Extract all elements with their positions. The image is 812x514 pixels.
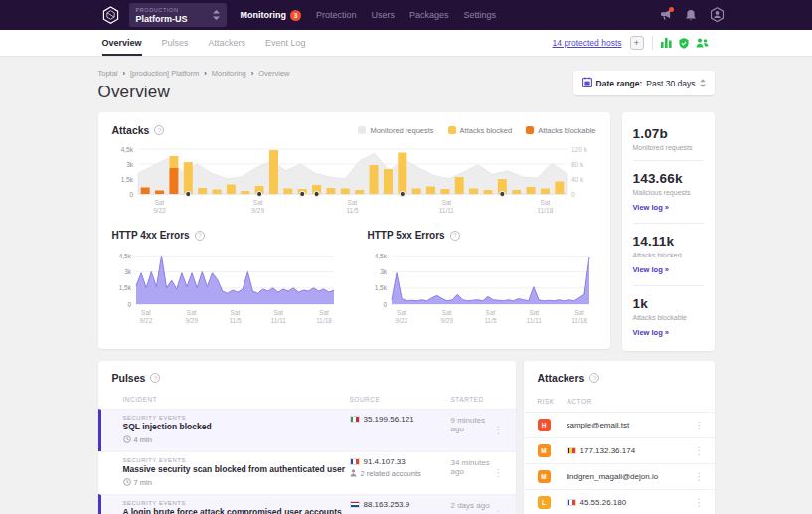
risk-badge: H (538, 419, 551, 431)
shield-check-icon[interactable] (679, 38, 689, 49)
kebab-menu-icon[interactable] (492, 425, 506, 435)
svg-text:Sat: Sat (154, 199, 164, 206)
view-log-link[interactable]: View log » (633, 203, 670, 212)
france-flag-icon (350, 458, 360, 465)
svg-text:3k: 3k (126, 161, 134, 168)
stat-value: 1.07b (633, 126, 704, 141)
svg-text:Sat: Sat (540, 199, 550, 206)
pulse-source: 91.4.107.332 related accounts (350, 457, 451, 488)
environment-selector[interactable]: PRODUCTION Platform-US (129, 3, 227, 27)
kebab-menu-icon[interactable] (693, 445, 707, 456)
kebab-menu-icon[interactable] (693, 471, 707, 482)
svg-text:1,5k: 1,5k (374, 284, 387, 291)
tab-attackers[interactable]: Attackers (209, 30, 246, 56)
pulse-row[interactable]: SECURITY EVENTSSQL injection blocked4 mi… (98, 409, 516, 451)
pulses-title: Pulses (112, 372, 146, 384)
top-nav-item-packages[interactable]: Packages (409, 10, 449, 20)
pulse-duration: 7 min (123, 478, 350, 488)
stat-monitored-requests: 1.07bMonitored requests (633, 116, 704, 160)
breadcrumb-item[interactable]: Overview (258, 69, 289, 78)
topbar-icons (659, 7, 725, 23)
stat-value: 1k (633, 296, 704, 311)
attacker-actor-text: 45.55.26.180 (580, 498, 627, 507)
legend-swatch (358, 126, 366, 134)
legend-item-monitored-requests: Monitored requests (358, 126, 433, 135)
attacks-chart-title: Attacks (112, 124, 150, 136)
bar-chart-icon[interactable] (661, 38, 672, 48)
date-range-selector[interactable]: Date range: Past 30 days (573, 71, 715, 95)
legend-label: Attacks blocked (460, 126, 513, 135)
attacks-legend: Monitored requestsAttacks blockedAttacks… (358, 126, 595, 135)
top-nav-item-monitoring[interactable]: Monitoring3 (241, 10, 302, 21)
breadcrumb-item[interactable]: Toptal (98, 69, 126, 78)
clock-icon (123, 478, 131, 488)
http-4xx-chart[interactable]: 4,5k3k1,5k0Sat9/22Sat9/29Sat11/5Sat11/11… (112, 243, 342, 340)
stat-label: Malicious requests (633, 189, 704, 196)
pulse-row[interactable]: SECURITY EVENTSA login brute force attac… (98, 494, 516, 514)
view-log-link[interactable]: View log » (633, 265, 670, 274)
pulse-incident: SECURITY EVENTSMassive security scan blo… (123, 457, 350, 488)
france-flag-icon (567, 499, 576, 506)
help-circle-icon[interactable] (150, 373, 160, 383)
attacker-row[interactable]: L45.55.26.180 (524, 489, 715, 514)
legend-swatch (526, 126, 534, 134)
view-log-link[interactable]: View log » (633, 328, 670, 337)
kebab-menu-icon[interactable] (693, 420, 707, 430)
svg-text:Sat: Sat (252, 199, 262, 206)
svg-text:Sat: Sat (319, 309, 329, 316)
pulse-started: 34 minutes ago (451, 457, 492, 488)
svg-text:11/5: 11/5 (229, 317, 242, 324)
announcements-icon[interactable] (659, 9, 672, 21)
pulse-started: 2 days ago (451, 500, 492, 514)
attacker-row[interactable]: Mlindgren_magali@dejon.io (524, 463, 715, 489)
risk-badge: M (538, 470, 551, 483)
http-4xx-panel: HTTP 4xx Errors 4,5k3k1,5k0Sat9/22Sat9/2… (112, 230, 342, 340)
kebab-menu-icon[interactable] (492, 509, 506, 514)
date-range-value: Past 30 days (646, 79, 695, 88)
top-nav-item-protection[interactable]: Protection (316, 10, 357, 20)
tab-overview[interactable]: Overview (102, 30, 142, 56)
column-header-source: SOURCE (350, 396, 451, 403)
svg-text:11/11: 11/11 (526, 317, 542, 324)
breadcrumb-item[interactable]: [production] Platform (130, 69, 207, 78)
account-avatar-icon[interactable] (710, 7, 725, 23)
pulse-title: Massive security scan blocked from authe… (123, 465, 350, 475)
svg-text:9/22: 9/22 (139, 317, 152, 324)
related-accounts-text: 2 related accounts (361, 469, 421, 478)
add-host-button[interactable] (630, 36, 644, 50)
pulse-source-ip: 35.199.56.121 (350, 415, 451, 424)
svg-text:120 k: 120 k (571, 146, 588, 153)
protected-hosts-link[interactable]: 14 protected hosts (553, 38, 622, 48)
app-logo-icon[interactable] (102, 6, 119, 25)
top-nav-item-users[interactable]: Users (372, 10, 396, 20)
stat-label: Attacks blocked (633, 252, 704, 258)
help-circle-icon[interactable] (589, 373, 599, 383)
legend-label: Attacks blockable (538, 126, 595, 135)
stat-label: Monitored requests (633, 144, 704, 151)
http-5xx-chart[interactable]: 4,5k3k1,5k0Sat9/22Sat9/29Sat11/5Sat11/11… (368, 243, 597, 340)
tab-pulses[interactable]: Pulses (162, 30, 189, 56)
attackers-table-header: RISK ACTOR (524, 384, 715, 412)
chevron-updown-icon (213, 6, 220, 24)
attacks-chart[interactable]: 4,5k120 k3k80 k1,5k40 k00Sat9/22Sat9/29S… (112, 136, 596, 220)
svg-text:11/11: 11/11 (438, 207, 454, 214)
svg-text:9/29: 9/29 (440, 317, 453, 324)
attacker-row[interactable]: M177.132.36.174 (524, 437, 715, 463)
kebab-menu-icon[interactable] (492, 467, 506, 478)
notification-dot (669, 7, 674, 12)
column-header-actor: ACTOR (568, 398, 592, 405)
svg-text:0: 0 (127, 301, 131, 308)
pulse-row[interactable]: SECURITY EVENTSMassive security scan blo… (98, 451, 516, 494)
tab-event-log[interactable]: Event Log (265, 30, 306, 56)
help-circle-icon[interactable] (195, 231, 205, 241)
column-header-risk: RISK (538, 398, 568, 405)
svg-text:Sat: Sat (441, 309, 451, 316)
breadcrumb-item[interactable]: Monitoring (212, 69, 254, 78)
attacker-row[interactable]: Hsample@email.tst (524, 412, 715, 437)
team-people-icon[interactable] (696, 38, 709, 48)
top-nav-item-settings[interactable]: Settings (464, 10, 497, 20)
help-circle-icon[interactable] (154, 125, 164, 135)
help-circle-icon[interactable] (450, 231, 460, 241)
notifications-bell-icon[interactable] (685, 9, 697, 22)
kebab-menu-icon[interactable] (693, 497, 707, 508)
